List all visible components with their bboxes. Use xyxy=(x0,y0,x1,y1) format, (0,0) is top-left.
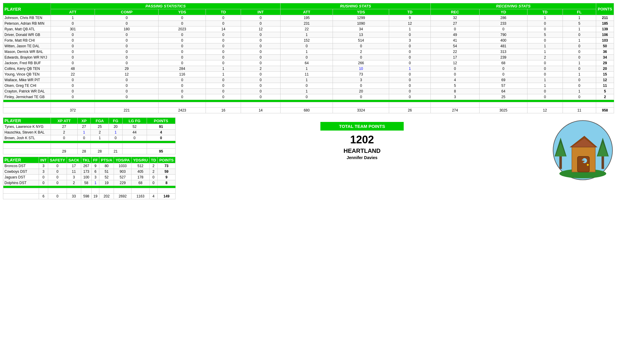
cell: 3 xyxy=(39,169,48,175)
cell: 1 xyxy=(281,77,333,83)
cell: 284 xyxy=(159,66,206,72)
cell: 9 xyxy=(158,175,176,180)
cell: 2 xyxy=(67,180,81,186)
table-row: Broncos DST30172679801033512273 xyxy=(3,163,176,169)
cell: 29 xyxy=(596,60,614,66)
cell: 211 xyxy=(596,15,614,21)
cell: 0 xyxy=(109,135,122,141)
totals-cell xyxy=(3,149,51,154)
cell: 0 xyxy=(527,60,563,66)
totals-cell: 95 xyxy=(147,149,175,154)
cell: Edwards, Braylon WR NYJ xyxy=(3,55,51,60)
cell: 1 xyxy=(281,89,333,94)
bottom-left: PLAYER XP ATT XP FGA FG LG FG POINTS Tyn… xyxy=(3,117,176,199)
cell: 0 xyxy=(206,38,241,43)
cell: 1 xyxy=(527,15,563,21)
cell: 0 xyxy=(159,77,206,83)
table-row: Forte, Matt RB CHI0000015251434140001103 xyxy=(3,38,614,43)
cell: 0 xyxy=(159,49,206,55)
cell: 68 xyxy=(480,60,527,66)
cell: 2 xyxy=(91,130,109,135)
cell: 52 xyxy=(122,124,147,130)
cell: 54 xyxy=(430,43,479,49)
cell: 0 xyxy=(389,72,430,77)
player-col-header: PLAYER xyxy=(3,3,51,15)
rec-td-header: TD xyxy=(527,9,563,15)
cell: 2023 xyxy=(159,26,206,32)
cell: 0 xyxy=(389,43,430,49)
cell: 0 xyxy=(95,32,159,38)
cell: 1 xyxy=(51,15,95,21)
cell: 0 xyxy=(241,60,280,66)
cell: 1033 xyxy=(114,163,131,169)
cell: 0 xyxy=(241,43,280,49)
cell: 2 xyxy=(149,169,157,175)
cell: 1 xyxy=(77,130,90,135)
cell: 0 xyxy=(51,21,95,26)
bottom-section: PLAYER XP ATT XP FGA FG LG FG POINTS Tyn… xyxy=(3,117,614,199)
cell: 0 xyxy=(51,32,95,38)
table-row: Wallace, Mike WR PIT000001304691012 xyxy=(3,77,614,83)
cell: 48 xyxy=(51,66,95,72)
spacer-row xyxy=(3,141,176,143)
totals-cell: 274 xyxy=(430,108,479,113)
team-owner: Jennifer Davies xyxy=(181,155,543,160)
cell: 514 xyxy=(333,38,389,43)
table-row: Cowboys DST3011173651903405259 xyxy=(3,169,176,175)
cell: 152 xyxy=(281,38,333,43)
cell: Dolphins DST xyxy=(3,180,39,186)
totals-cell: 1163 xyxy=(131,194,150,199)
cell: 1 xyxy=(563,15,596,21)
cell: 103 xyxy=(596,38,614,43)
cell: 0 xyxy=(159,38,206,43)
cell: 0 xyxy=(206,49,241,55)
totals-cell: 16 xyxy=(206,108,241,113)
cell: 91 xyxy=(147,124,175,130)
cell: 0 xyxy=(527,94,563,100)
cell: 185 xyxy=(596,21,614,26)
cell: 13 xyxy=(333,32,389,38)
dst-int-header: INT xyxy=(39,157,48,163)
svg-point-12 xyxy=(587,164,589,166)
svg-rect-5 xyxy=(602,156,604,169)
table-row: Crayton, Patrick WR DAL000001200864015 xyxy=(3,89,614,94)
totals-cell: 958 xyxy=(596,108,614,113)
table-row: Tynes, Lawrence K NYG272725205291 xyxy=(3,124,176,130)
cell: 0 xyxy=(95,55,159,60)
cell: 5 xyxy=(563,21,596,26)
cell: 1299 xyxy=(333,15,389,21)
outhouse-illustration xyxy=(552,119,614,181)
cell: 0 xyxy=(159,43,206,49)
table-row: Dolphins DST002581192296808 xyxy=(3,180,176,186)
cell: 32 xyxy=(430,15,479,21)
totals-row: 2928282195 xyxy=(3,149,176,154)
cell: 0 xyxy=(241,83,280,89)
table-row: Brown, Josh K STL001000 xyxy=(3,135,176,141)
cell: 0 xyxy=(51,135,78,141)
cell: 0 xyxy=(563,77,596,83)
cell: 0 xyxy=(206,94,241,100)
passing-header: PASSING STATISTICS xyxy=(51,3,281,9)
cell: 44 xyxy=(122,130,147,135)
cell: Mason, Derrick WR BAL xyxy=(3,49,51,55)
cell: 100 xyxy=(81,175,92,180)
cell: 0 xyxy=(563,66,596,72)
totals-cell: 21 xyxy=(109,149,122,154)
cell: 1 xyxy=(109,130,122,135)
cell: 0 xyxy=(159,83,206,89)
cell: 25 xyxy=(91,124,109,130)
cell: 64 xyxy=(480,89,527,94)
cell: 0 xyxy=(48,169,67,175)
cell: 0 xyxy=(389,49,430,55)
cell: Jaguars DST xyxy=(3,175,39,180)
cell: 73 xyxy=(158,163,176,169)
cell: 0 xyxy=(480,66,527,72)
cell: 0 xyxy=(389,89,430,94)
cell: 15 xyxy=(596,72,614,77)
cell: 4 xyxy=(430,77,479,83)
cell: Witten, Jason TE DAL xyxy=(3,43,51,49)
cell: Young, Vince QB TEN xyxy=(3,72,51,77)
cell: 0 xyxy=(389,77,430,83)
dst-ptsa-header: PTS/A xyxy=(99,157,114,163)
cell: 233 xyxy=(480,21,527,26)
